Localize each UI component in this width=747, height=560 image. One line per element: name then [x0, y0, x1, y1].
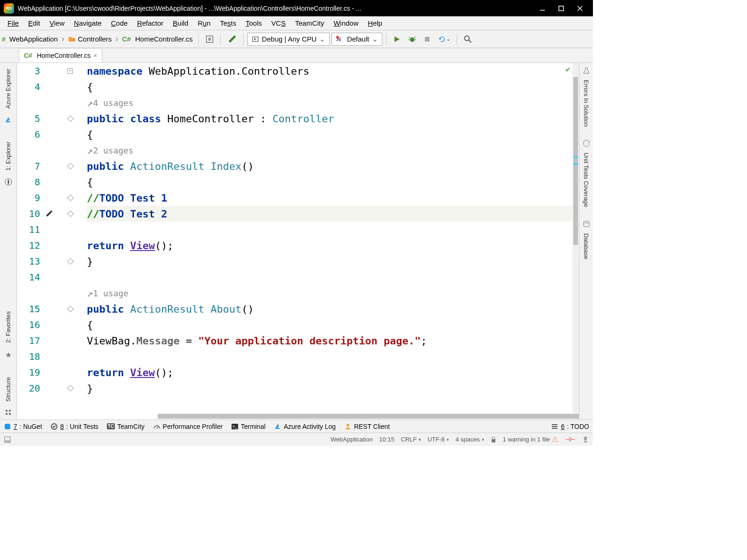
tool-structure[interactable]: Structure: [5, 375, 12, 404]
person-icon: [344, 423, 352, 430]
menu-code[interactable]: Code: [106, 17, 133, 29]
tool-unit-tests[interactable]: 8: Unit Tests: [50, 423, 99, 430]
stop-icon: [424, 36, 430, 42]
toolbar: # WebApplication › Controllers › C# Home…: [0, 30, 593, 48]
right-tool-stripe: Errors In Solution Unit Tests Coverage D…: [579, 63, 593, 420]
structure-icon: [5, 409, 12, 416]
select-target-button[interactable]: [203, 33, 217, 45]
dotnet-icon: .N: [336, 35, 344, 43]
minimize-button[interactable]: [533, 0, 552, 16]
gauge-icon: [153, 423, 161, 430]
breadcrumb-root[interactable]: WebApplication: [7, 34, 60, 44]
menu-refactor[interactable]: Refactor: [132, 17, 168, 29]
svg-rect-33: [5, 440, 10, 442]
status-lock[interactable]: [491, 436, 496, 443]
menu-edit[interactable]: Edit: [23, 17, 45, 29]
list-icon: [551, 423, 558, 430]
flask-icon: [583, 67, 590, 74]
status-warnings[interactable]: 1 warning in 1 file ⚠: [503, 435, 558, 444]
title-bar: RD WebApplication [C:\Users\cwood\RiderP…: [0, 0, 593, 16]
svg-point-22: [584, 221, 589, 223]
chevron-down-icon: ⌄: [319, 35, 325, 43]
profile-selector[interactable]: .N Default ⌄: [331, 33, 382, 46]
svg-rect-34: [492, 439, 495, 442]
terminal-icon: >_: [231, 423, 239, 430]
database-icon: [583, 220, 590, 228]
bug-icon: [408, 35, 416, 43]
code-editor[interactable]: 3 4 5 6 7 8 9 10 11 12 13 14 15 16 17 18…: [17, 63, 579, 420]
svg-point-28: [346, 424, 349, 427]
tool-favorites[interactable]: 2: Favorites: [5, 309, 12, 345]
stop-button[interactable]: [421, 34, 433, 44]
warning-icon: ⚠: [552, 435, 558, 444]
tool-terminal[interactable]: >_Terminal: [231, 423, 266, 430]
menu-build[interactable]: Build: [168, 17, 193, 29]
status-encoding[interactable]: UTF-8♦: [428, 436, 449, 443]
status-line-ending[interactable]: CRLF♦: [401, 436, 421, 443]
menu-navigate[interactable]: Navigate: [69, 17, 106, 29]
maximize-button[interactable]: [552, 0, 571, 16]
menu-vcs[interactable]: VCS: [267, 17, 290, 29]
config-selector[interactable]: Debug | Any CPU ⌄: [247, 33, 330, 46]
tool-rest-client[interactable]: REST Client: [344, 423, 390, 430]
tool-nuget[interactable]: 7: NuGet: [4, 423, 42, 430]
status-bar: WebApplication 10:15 CRLF♦ UTF-8♦ 4 spac…: [0, 433, 593, 446]
tool-explorer[interactable]: 1: Explorer: [5, 140, 12, 173]
svg-rect-23: [5, 424, 10, 429]
menu-tools[interactable]: Tools: [241, 17, 267, 29]
run-button[interactable]: [390, 34, 403, 45]
tool-azure-explorer[interactable]: Azure Explorer: [5, 67, 12, 111]
left-tool-stripe: Azure Explorer 1: Explorer 2: Favorites …: [0, 63, 17, 420]
svg-line-10: [409, 37, 410, 38]
breadcrumb-folder[interactable]: Controllers: [66, 34, 114, 44]
menu-help[interactable]: Help: [363, 17, 387, 29]
analysis-ok-icon[interactable]: ✔: [565, 64, 571, 74]
update-button[interactable]: ⌄: [435, 33, 453, 45]
svg-rect-1: [559, 6, 564, 11]
tool-database[interactable]: Database: [583, 231, 590, 261]
svg-line-16: [469, 40, 471, 42]
status-inspection[interactable]: ⊣⊢: [565, 436, 575, 443]
breadcrumb-file[interactable]: C# HomeController.cs: [120, 34, 195, 44]
menu-teamcity[interactable]: TeamCity: [290, 17, 329, 29]
close-button[interactable]: [571, 0, 589, 16]
menu-view[interactable]: View: [45, 17, 69, 29]
csharp-icon: C#: [24, 52, 32, 59]
svg-rect-5: [208, 38, 211, 41]
status-man[interactable]: [582, 436, 589, 443]
panel-icon[interactable]: [4, 436, 11, 443]
menu-tests[interactable]: Tests: [215, 17, 241, 29]
tool-errors[interactable]: Errors In Solution: [583, 78, 590, 128]
config-icon: [252, 35, 259, 43]
csharp-icon: C#: [122, 35, 131, 43]
build-button[interactable]: [225, 33, 240, 46]
menu-run[interactable]: Run: [193, 17, 215, 29]
tool-azure-log[interactable]: Azure Activity Log: [274, 423, 336, 430]
search-button[interactable]: [461, 33, 475, 45]
menu-window[interactable]: Window: [329, 17, 363, 29]
status-position[interactable]: 10:15: [379, 436, 395, 443]
build-gutter-icon[interactable]: [45, 210, 53, 218]
editor-tab-homecontroller[interactable]: C# HomeController.cs ×: [19, 48, 102, 63]
horizontal-scrollbar[interactable]: [157, 413, 572, 420]
teamcity-icon: TC: [107, 423, 115, 429]
svg-point-15: [465, 36, 469, 41]
editor-gutter: 3 4 5 6 7 8 9 10 11 12 13 14 15 16 17 18…: [17, 63, 87, 420]
tool-todo[interactable]: 6: TODO: [551, 423, 589, 430]
menu-file[interactable]: File: [3, 17, 23, 29]
status-context[interactable]: WebApplication: [331, 436, 373, 443]
vertical-scrollbar[interactable]: [572, 63, 579, 420]
svg-text:>_: >_: [233, 424, 238, 429]
tool-teamcity[interactable]: TCTeamCity: [107, 423, 145, 430]
hammer-icon: [227, 35, 237, 44]
debug-button[interactable]: [405, 33, 419, 45]
code-area[interactable]: namespace WebApplication.Controllers { ↗…: [87, 63, 579, 420]
tool-coverage[interactable]: Unit Tests Coverage: [583, 151, 590, 209]
star-icon: ★: [5, 350, 12, 359]
close-tab-icon[interactable]: ×: [93, 52, 97, 59]
status-indent[interactable]: 4 spaces♦: [456, 436, 484, 443]
svg-rect-36: [584, 437, 587, 438]
tool-profiler[interactable]: Performance Profiler: [153, 423, 223, 430]
svg-rect-18: [6, 410, 7, 412]
breadcrumb: # WebApplication › Controllers › C# Home…: [2, 34, 195, 44]
